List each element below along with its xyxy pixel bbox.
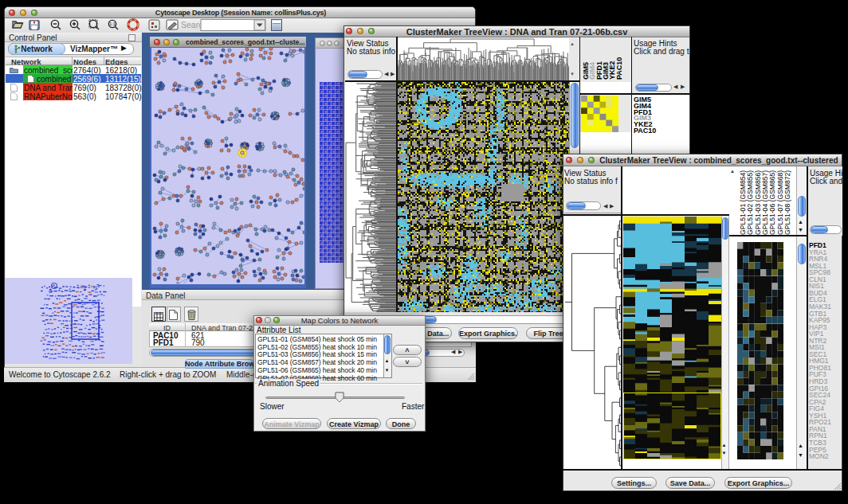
svg-text:1:1: 1:1 [109,21,116,26]
svg-text:GPL51-08 (GSM872): GPL51-08 (GSM872) [783,170,791,235]
svg-text:PAC10: PAC10 [615,57,623,80]
